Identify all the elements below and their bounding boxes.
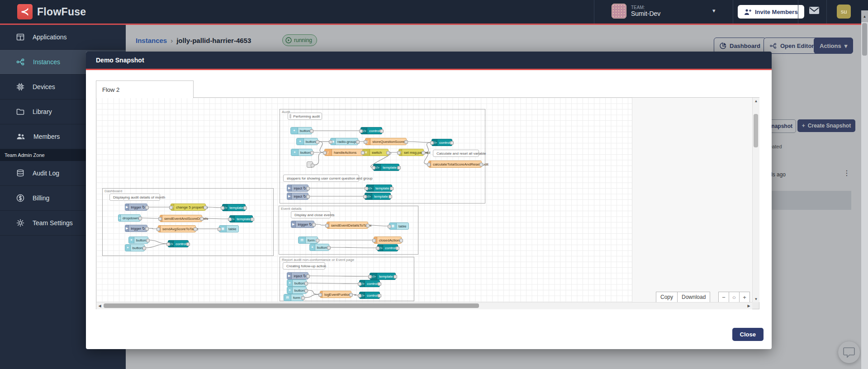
node-output-port[interactable] (204, 206, 207, 209)
flow-node-table[interactable]: ▦table (219, 225, 239, 232)
node-input-port[interactable] (166, 242, 170, 246)
node-input-port[interactable] (218, 227, 221, 231)
node-input-port[interactable] (430, 141, 434, 145)
node-input-port[interactable] (376, 246, 379, 250)
sidebar-item-applications[interactable]: Applications (0, 25, 126, 50)
node-input-port[interactable] (358, 294, 361, 298)
node-output-port[interactable] (349, 293, 353, 297)
node-input-port[interactable] (364, 140, 367, 144)
flow-node-set-msg-payload[interactable]: ⇄set msg.payload (398, 149, 424, 156)
flow-node-change-5-properties[interactable]: ⇄change 5 properties (171, 203, 206, 211)
flow-node-trigger-[interactable]: ▶trigger ↻ (291, 221, 314, 228)
node-output-port[interactable] (304, 289, 308, 293)
node-output-port[interactable] (311, 164, 314, 167)
node-output-port[interactable] (306, 195, 310, 199)
node-output-port[interactable] (200, 217, 204, 221)
flow-node-control[interactable]: </>control (360, 127, 382, 134)
node-input-port[interactable] (325, 224, 329, 227)
mail-icon[interactable] (809, 6, 820, 14)
flow-node-sendavgscoretotable[interactable]: ƒsendAvgScoreToTable (158, 225, 196, 232)
node-output-port[interactable] (399, 239, 403, 242)
flow-node-button[interactable]: ✦button (287, 279, 307, 287)
node-output-port[interactable] (450, 141, 454, 145)
node-output-port[interactable] (479, 163, 483, 166)
node-output-port[interactable] (243, 206, 247, 210)
flow-node-table[interactable]: ▦table (389, 222, 409, 230)
node-input-port[interactable] (318, 293, 322, 297)
flow-node-link[interactable] (307, 161, 313, 168)
node-output-port[interactable] (310, 129, 313, 133)
scroll-down-icon[interactable]: ▼ (753, 296, 759, 302)
tab-flow-2[interactable]: Flow 2 (96, 80, 194, 98)
node-output-port[interactable] (306, 187, 310, 190)
flow-node-form[interactable]: ▤form (298, 237, 318, 244)
flow-node-closedaction[interactable]: ƒclosedAction (374, 237, 402, 244)
node-output-port[interactable] (378, 282, 381, 286)
flow-node-storequestionscore[interactable]: ƒstoreQuestionScore (365, 138, 407, 145)
node-input-port[interactable] (397, 151, 401, 155)
node-input-port[interactable] (363, 195, 367, 199)
node-output-port[interactable] (366, 224, 370, 227)
flow-node-display-and-close-events[interactable]: Display and close events (291, 211, 331, 218)
horizontal-scroll-thumb[interactable] (104, 303, 479, 308)
node-input-port[interactable] (427, 163, 431, 166)
node-output-port[interactable] (142, 246, 146, 250)
page-scrollbar[interactable]: ▲ (861, 10, 868, 369)
copy-button[interactable]: Copy (656, 292, 678, 302)
node-output-port[interactable] (396, 246, 399, 250)
node-output-port[interactable] (378, 294, 381, 298)
node-input-port[interactable] (358, 282, 361, 286)
node-output-port[interactable] (316, 239, 319, 242)
node-output-port[interactable] (194, 227, 197, 231)
flow-node-control[interactable]: </>control (168, 240, 189, 247)
flow-node-stoppers-for-showing-user-current-question-and-group[interactable]: stoppers for showing user current questi… (283, 175, 359, 182)
flowfuse-logo-icon[interactable]: ≺ (17, 4, 33, 19)
node-input-port[interactable] (329, 140, 332, 144)
node-input-port[interactable] (359, 129, 363, 133)
node-input-port[interactable] (221, 206, 224, 210)
flow-node-trigger-[interactable]: ▶trigger ↻ (125, 225, 147, 232)
close-button[interactable]: Close (732, 328, 764, 341)
flow-node-template[interactable]: </>template (366, 184, 392, 192)
flow-node-template[interactable]: </>template (373, 164, 399, 171)
flow-node-button[interactable]: ✦button (125, 244, 145, 251)
flow-node-inject-[interactable]: ▶inject ↻ (287, 193, 308, 200)
flow-node-button[interactable]: ✦button (296, 138, 318, 145)
node-input-port[interactable] (365, 187, 368, 190)
node-output-port[interactable] (186, 242, 190, 246)
page-scroll-thumb[interactable] (862, 23, 867, 56)
node-output-port[interactable] (422, 151, 425, 155)
flow-node-control[interactable]: </>control (359, 280, 380, 287)
flow-node-control[interactable]: </>control (359, 292, 380, 299)
node-input-port[interactable] (388, 225, 391, 228)
node-output-port[interactable] (138, 217, 142, 220)
flow-node-button[interactable]: ✦button (309, 244, 329, 251)
download-button[interactable]: Download (678, 292, 710, 302)
node-output-port[interactable] (310, 151, 314, 155)
node-output-port[interactable] (251, 218, 254, 221)
flow-node-inject-[interactable]: ▶inject ↻ (287, 272, 308, 279)
flow-node-calculatetotalscoreandresetaudit[interactable]: ƒcalculateTotalScoreAndResetAudit (428, 161, 482, 168)
flow-node-button[interactable]: ✦button (291, 149, 313, 156)
node-input-port[interactable] (368, 275, 372, 279)
scroll-up-icon[interactable]: ▲ (753, 98, 759, 104)
horizontal-scrollbar[interactable]: ◀ ▶ (96, 302, 752, 309)
flow-node-control[interactable]: </>control (377, 244, 398, 251)
flow-node-button[interactable]: ✦button (128, 237, 148, 244)
invite-members-button[interactable]: Invite Members (738, 5, 804, 19)
zoom-out-button[interactable]: − (718, 292, 729, 302)
node-input-port[interactable] (372, 239, 376, 242)
zoom-in-button[interactable]: + (740, 292, 750, 302)
flow-node-creating-follow-up-action[interactable]: Creating follow-up action (283, 262, 325, 270)
flow-node-logeventfuntion[interactable]: ƒlogEventFuntion (320, 291, 351, 298)
user-avatar[interactable]: su (837, 5, 851, 19)
node-output-port[interactable] (390, 187, 394, 190)
node-input-port[interactable] (361, 151, 365, 155)
flow-node-button[interactable]: ✦button (290, 127, 312, 134)
node-output-port[interactable] (145, 206, 149, 209)
flow-node-radio-group[interactable]: ◉radio-group (330, 138, 358, 145)
vertical-scrollbar[interactable]: ▲ ▼ (752, 98, 759, 302)
flow-node-displaying-audit-details-of-month[interactable]: Displaying audit details of month (109, 194, 160, 201)
flow-node-sendeventdetailstotable[interactable]: ƒsendEventDetailsToTable (327, 222, 368, 229)
node-output-port[interactable] (404, 140, 408, 144)
